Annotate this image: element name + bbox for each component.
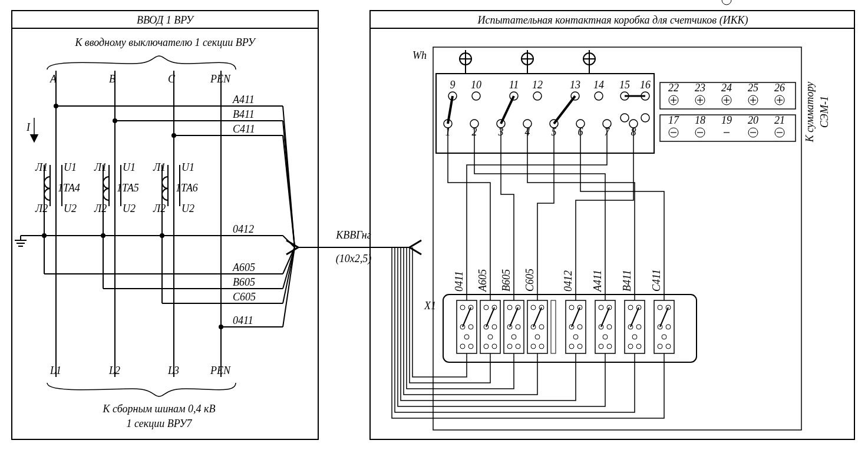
left-title: ВВОД 1 ВРУ (137, 14, 194, 26)
svg-text:20: 20 (748, 114, 758, 126)
svg-text:Л2: Л2 (153, 203, 166, 214)
svg-point-94 (472, 92, 480, 100)
svg-text:11: 11 (509, 79, 519, 91)
ct3-label: 1ТА6 (176, 182, 198, 194)
svg-text:19: 19 (721, 114, 732, 126)
svg-text:C605: C605 (524, 269, 536, 292)
wire-b411: B411 (233, 108, 255, 120)
phase-a: A (49, 73, 57, 85)
wire-b605: B605 (233, 276, 255, 288)
brace-top (47, 56, 236, 70)
svg-text:26: 26 (774, 82, 785, 94)
x1-label: X1 (424, 300, 436, 312)
svg-text:13: 13 (570, 79, 580, 91)
cable-type: КВВГнг (335, 229, 371, 241)
svg-text:B605: B605 (500, 269, 512, 292)
wire-o412: 0412 (233, 223, 254, 235)
phase-pen: PEN (210, 73, 231, 85)
current-label: I (26, 121, 31, 133)
svg-text:Л1: Л1 (35, 161, 48, 173)
svg-text:12: 12 (532, 79, 543, 91)
svg-text:A411: A411 (592, 270, 603, 292)
bottom-pen: PEN (210, 365, 231, 376)
svg-point-96 (533, 92, 542, 100)
svg-text:C411: C411 (651, 269, 662, 292)
x1-labels: 0411 A605 B605 C605 0412 A411 B411 C411 (453, 269, 662, 292)
svg-point-102 (641, 114, 649, 122)
svg-text:14: 14 (593, 79, 604, 91)
cable-link: КВВГнг (10x2,5) (298, 229, 410, 265)
svg-text:17: 17 (668, 114, 679, 126)
meter-phase-heads (460, 50, 595, 74)
svg-text:21: 21 (774, 114, 785, 126)
phase-lines (56, 71, 221, 377)
x1-terminals (457, 300, 674, 353)
wh-label: Wh (412, 49, 427, 61)
svg-text:22: 22 (668, 82, 679, 94)
right-panel: Испытательная контактная коробка для сче… (370, 0, 854, 439)
svg-point-109 (603, 120, 611, 128)
svg-point-22 (172, 134, 176, 137)
svg-text:15: 15 (619, 79, 630, 91)
svg-line-57 (283, 236, 295, 247)
svg-point-141 (722, 0, 731, 5)
svg-point-98 (595, 92, 603, 100)
cable-size: (10x2,5) (336, 253, 371, 265)
phase-c: C (168, 73, 176, 85)
svg-text:16: 16 (640, 79, 651, 91)
right-title: Испытательная контактная коробка для сче… (477, 14, 748, 27)
svg-text:25: 25 (748, 82, 758, 94)
svg-text:A605: A605 (477, 269, 489, 292)
svg-text:18: 18 (695, 114, 705, 126)
svg-text:9: 9 (450, 79, 456, 91)
brace-bottom (47, 383, 236, 396)
svg-point-101 (621, 114, 629, 122)
svg-text:U2: U2 (123, 203, 136, 214)
svg-point-20 (113, 119, 117, 123)
svg-point-104 (470, 120, 478, 128)
svg-point-106 (523, 120, 532, 128)
svg-text:0411: 0411 (453, 271, 465, 292)
svg-text:Л2: Л2 (94, 203, 107, 214)
svg-point-108 (576, 120, 585, 128)
svg-text:Л2: Л2 (35, 203, 48, 214)
svg-point-110 (629, 120, 638, 128)
sum-side2: СЭМ-1 (819, 96, 830, 128)
svg-text:0412: 0412 (562, 270, 574, 292)
wiring-diagram: ВВОД 1 ВРУ К вводному выключателю 1 секц… (0, 0, 868, 450)
wire-c411: C411 (233, 123, 255, 135)
wire-c605: C605 (233, 291, 256, 303)
svg-text:U1: U1 (181, 161, 194, 173)
svg-text:Л1: Л1 (94, 161, 107, 173)
left-subtitle: К вводному выключателю 1 секции ВРУ (74, 37, 256, 48)
left-panel: ВВОД 1 ВРУ К вводному выключателю 1 секц… (12, 11, 318, 439)
svg-text:Л1: Л1 (153, 161, 166, 173)
svg-rect-149 (551, 300, 556, 353)
svg-text:U1: U1 (123, 161, 136, 173)
ground-icon (15, 236, 27, 246)
summator-plus-box: 2223 2425 26 (660, 82, 796, 109)
svg-line-56 (283, 135, 295, 247)
svg-text:U2: U2 (64, 203, 77, 214)
bottom-l3: L3 (167, 365, 179, 376)
ct2-label: 1ТА5 (117, 182, 139, 194)
phase-b: B (109, 73, 115, 85)
bottom-l1: L1 (49, 365, 61, 376)
svg-text:B411: B411 (621, 270, 633, 292)
svg-point-18 (54, 104, 58, 108)
wire-a411: A411 (232, 94, 255, 105)
ct1-label: 1ТА4 (58, 182, 80, 194)
svg-text:24: 24 (721, 82, 732, 94)
left-footer2: 1 секции ВРУ7 (127, 418, 193, 429)
wire-o411: 0411 (233, 315, 253, 326)
svg-text:23: 23 (695, 82, 705, 94)
svg-text:U1: U1 (64, 161, 77, 173)
bottom-l2: L2 (108, 365, 120, 376)
svg-text:10: 10 (471, 79, 481, 91)
left-footer1: К сборным шинам 0,4 кВ (102, 403, 215, 415)
svg-text:U2: U2 (181, 203, 194, 214)
wire-a605: A605 (232, 262, 255, 273)
sum-side1: К сумматору (804, 82, 816, 143)
